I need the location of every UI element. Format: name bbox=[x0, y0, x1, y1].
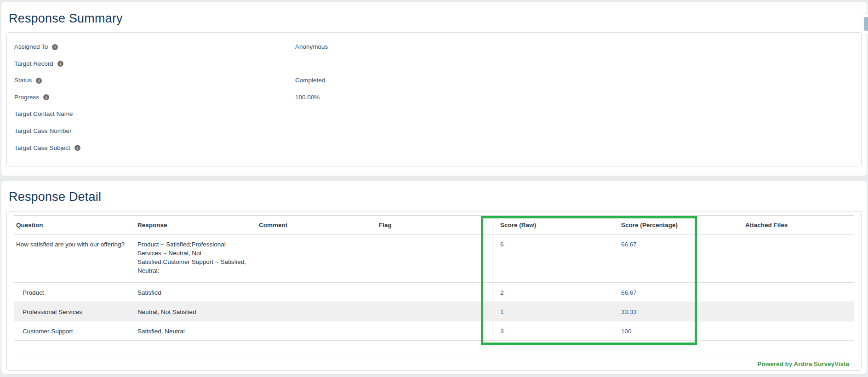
table-row: How satisfied are you with our offering?… bbox=[14, 234, 854, 283]
summary-field-row: Target Case Subject i bbox=[14, 144, 854, 161]
summary-field-row: Assigned To i Anonymous bbox=[14, 43, 854, 60]
response-summary-title: Response Summary bbox=[6, 10, 862, 27]
summary-fields-box: Assigned To i Anonymous Target Record i … bbox=[6, 32, 862, 166]
cell-response: Product ~ Satisfied;Professional Service… bbox=[136, 234, 257, 283]
column-header-attached-files: Attached Files bbox=[743, 216, 854, 234]
table-row: Customer Support Satisfied, Neutral 3 10… bbox=[14, 321, 854, 341]
response-detail-box: Question Response Comment Flag Score (Ra… bbox=[6, 211, 862, 371]
cell-score-percentage: 66.67 bbox=[619, 234, 743, 283]
column-header-response: Response bbox=[136, 216, 257, 234]
info-icon[interactable]: i bbox=[43, 94, 49, 100]
cell-comment bbox=[257, 234, 377, 283]
info-icon[interactable]: i bbox=[74, 145, 80, 151]
field-value: Completed bbox=[295, 76, 325, 85]
cell-comment bbox=[257, 302, 377, 321]
cell-flag bbox=[377, 302, 498, 321]
info-icon[interactable]: i bbox=[52, 44, 58, 50]
column-header-flag: Flag bbox=[377, 216, 498, 234]
cell-question: Customer Support bbox=[14, 321, 136, 341]
column-header-score-percentage: Score (Percentage) bbox=[619, 216, 743, 234]
cell-score-raw: 6 bbox=[498, 234, 619, 283]
table-header-row: Question Response Comment Flag Score (Ra… bbox=[14, 216, 854, 234]
cell-score-percentage: 66.67 bbox=[619, 283, 743, 302]
table-row: Professional Services Neutral, Not Satis… bbox=[14, 302, 854, 321]
cell-response: Satisfied bbox=[136, 283, 257, 302]
cell-response: Satisfied, Neutral bbox=[136, 321, 257, 341]
field-label: Assigned To bbox=[14, 43, 48, 51]
cell-score-percentage: 100 bbox=[619, 321, 743, 341]
page-scrollbar-track bbox=[862, 14, 868, 34]
page-scrollbar-thumb[interactable] bbox=[864, 17, 868, 31]
column-header-comment: Comment bbox=[257, 216, 377, 234]
response-detail-table: Question Response Comment Flag Score (Ra… bbox=[14, 215, 854, 341]
column-header-score-raw: Score (Raw) bbox=[498, 216, 619, 234]
table-row: Product Satisfied 2 66.67 bbox=[14, 283, 854, 302]
summary-field-row: Progress i 100.00% bbox=[14, 93, 854, 110]
field-label: Target Contact Name bbox=[14, 110, 73, 118]
table-empty-spacer bbox=[14, 341, 854, 356]
cell-question: Professional Services bbox=[14, 302, 136, 321]
cell-attached-files bbox=[743, 283, 854, 302]
cell-attached-files bbox=[743, 302, 854, 321]
cell-attached-files bbox=[743, 321, 854, 341]
field-label: Status bbox=[14, 76, 32, 85]
cell-response: Neutral, Not Satisfied bbox=[136, 302, 257, 321]
cell-question: Product bbox=[14, 283, 136, 302]
cell-flag bbox=[377, 321, 498, 341]
cell-comment bbox=[257, 283, 377, 302]
response-summary-card: Response Summary Assigned To i Anonymous… bbox=[1, 2, 867, 176]
field-value: 100.00% bbox=[295, 93, 320, 102]
response-detail-card: Response Detail Question Response Commen… bbox=[1, 181, 867, 374]
cell-attached-files bbox=[743, 234, 854, 283]
cell-flag bbox=[377, 283, 498, 302]
cell-flag bbox=[377, 234, 498, 283]
field-label: Progress bbox=[14, 93, 39, 102]
field-label: Target Case Number bbox=[14, 127, 72, 135]
cell-comment bbox=[257, 321, 377, 341]
info-icon[interactable]: i bbox=[36, 78, 42, 84]
cell-score-raw: 1 bbox=[498, 302, 619, 321]
summary-field-row: Target Record i bbox=[14, 60, 854, 77]
column-header-question: Question bbox=[14, 216, 136, 234]
info-icon[interactable]: i bbox=[57, 61, 63, 67]
field-label: Target Record bbox=[14, 60, 53, 68]
field-label: Target Case Subject bbox=[14, 144, 70, 152]
powered-by-branding[interactable]: Powered by Ardira SurveyVista bbox=[14, 356, 854, 373]
summary-field-row: Status i Completed bbox=[14, 76, 854, 93]
cell-score-raw: 3 bbox=[498, 321, 619, 341]
response-detail-title: Response Detail bbox=[6, 188, 862, 205]
summary-field-row: Target Case Number bbox=[14, 127, 854, 144]
cell-score-raw: 2 bbox=[498, 283, 619, 302]
cell-score-percentage: 33.33 bbox=[619, 302, 743, 321]
field-value: Anonymous bbox=[295, 43, 328, 51]
summary-field-row: Target Contact Name bbox=[14, 110, 854, 127]
cell-question: How satisfied are you with our offering? bbox=[14, 234, 136, 283]
